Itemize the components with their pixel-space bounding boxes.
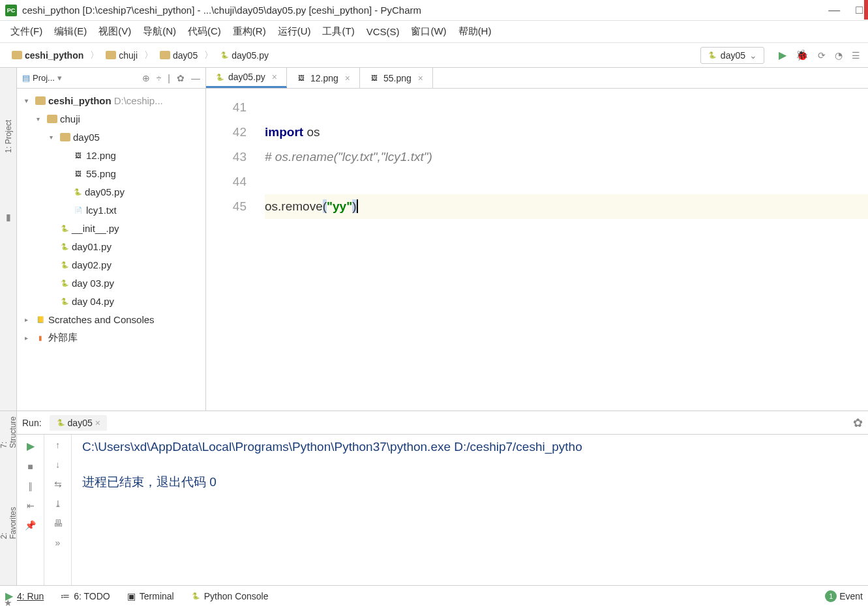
menu-code[interactable]: 代码(C) [188, 25, 221, 38]
python-file-icon: 🐍 [60, 242, 69, 251]
tree-file[interactable]: 🐍 day02.py [17, 255, 205, 274]
rail-favorites[interactable]: 2: Favorites [0, 507, 18, 539]
library-icon: ▮ [35, 332, 46, 343]
editor-tab-day05[interactable]: 🐍day05.py× [206, 68, 287, 88]
breadcrumb-file[interactable]: 🐍day05.py [216, 49, 273, 62]
scroll-up-icon[interactable]: ↑ [55, 440, 60, 450]
menu-help[interactable]: 帮助(H) [458, 25, 492, 38]
run-panel-label: Run: [22, 418, 42, 428]
minimize-button[interactable]: — [828, 3, 840, 17]
code-line: import os [265, 120, 868, 145]
menu-navigate[interactable]: 导航(N) [143, 25, 176, 38]
python-file-icon: 🐍 [708, 51, 717, 60]
tool-label: 6: TODO [74, 591, 110, 601]
tree-file[interactable]: 🐍 day 04.py [17, 292, 205, 310]
run-tab[interactable]: 🐍day05 × [50, 415, 107, 431]
tool-terminal[interactable]: ▣Terminal [127, 591, 174, 601]
stop-button[interactable]: ■ [27, 461, 33, 472]
run-tab-label: day05 [68, 418, 93, 428]
folder-rail-icon[interactable]: ▮ [6, 212, 11, 222]
python-icon: 🐍 [191, 592, 200, 601]
close-tab-icon[interactable]: × [272, 72, 277, 82]
menu-tools[interactable]: 工具(T) [322, 25, 354, 38]
menu-file[interactable]: 文件(F) [10, 25, 42, 38]
tree-file[interactable]: 🐍 __init__.py [17, 219, 205, 237]
tool-todo[interactable]: ≔6: TODO [61, 591, 110, 601]
editor-tab-12png[interactable]: 🖼12.png× [287, 68, 360, 88]
editor-body[interactable]: 41 42 43 44 45 import os # os.rename("lc… [206, 89, 868, 411]
run-button[interactable]: ▶ [779, 49, 786, 61]
tool-python-console[interactable]: 🐍Python Console [191, 591, 269, 601]
run-coverage-button[interactable]: ⟳ [818, 50, 826, 61]
tree-file[interactable]: 🐍 day 03.py [17, 274, 205, 292]
find-action-button[interactable]: ☰ [852, 50, 860, 61]
settings-icon[interactable]: ✿ [177, 73, 185, 83]
breadcrumb-root[interactable]: ceshi_python [8, 49, 87, 62]
breadcrumb-day05[interactable]: day05 [156, 49, 202, 62]
rail-project[interactable]: 1: Project [4, 120, 13, 153]
close-tab-icon[interactable]: × [345, 73, 350, 83]
close-tab-icon[interactable]: × [95, 418, 100, 428]
tool-label: 4: Run [17, 591, 44, 601]
menu-view[interactable]: 视图(V) [98, 25, 131, 38]
expand-icon[interactable]: » [55, 538, 61, 548]
exit-button[interactable]: ⇤ [27, 500, 35, 511]
collapse-icon[interactable]: ÷ [157, 73, 162, 83]
event-log-button[interactable]: 1Event [825, 590, 863, 602]
scroll-down-icon[interactable]: ↓ [55, 459, 60, 470]
tree-label: day02.py [72, 259, 112, 270]
image-file-icon: 🖼 [73, 150, 83, 160]
hide-panel-icon[interactable]: — [191, 73, 200, 83]
profile-button[interactable]: ◔ [835, 50, 843, 61]
breadcrumb-separator: 〉 [144, 50, 153, 61]
project-tree[interactable]: ▾ ceshi_python D:\ceship... ▾ chuji ▾ da… [17, 89, 205, 411]
tree-scratches[interactable]: ▸📒 Scratches and Consoles [17, 310, 205, 328]
menu-edit[interactable]: 编辑(E) [54, 25, 87, 38]
scroll-to-end-icon[interactable]: ⤓ [54, 498, 62, 509]
left-tool-rail-lower: 7: Structure 2: Favorites ★ [0, 411, 17, 585]
tree-root[interactable]: ▾ ceshi_python D:\ceship... [17, 91, 205, 109]
breadcrumb-root-label: ceshi_python [25, 50, 83, 61]
soft-wrap-icon[interactable]: ⇆ [54, 479, 62, 489]
tree-file[interactable]: 🖼 55.png [17, 164, 205, 182]
folder-icon [35, 96, 46, 105]
tool-run[interactable]: ▶4: Run [5, 590, 44, 602]
tree-file[interactable]: 📄 lcy1.txt [17, 201, 205, 219]
menu-window[interactable]: 窗口(W) [411, 25, 446, 38]
menu-refactor[interactable]: 重构(R) [233, 25, 266, 38]
rerun-button[interactable]: ▶ [27, 440, 35, 452]
debug-button[interactable]: 🐞 [796, 49, 809, 61]
tree-folder-day05[interactable]: ▾ day05 [17, 128, 205, 146]
tree-file[interactable]: 🐍 day01.py [17, 237, 205, 255]
print-icon[interactable]: 🖶 [53, 518, 63, 528]
breadcrumb-chuji[interactable]: chuji [102, 49, 142, 62]
code-area[interactable]: import os # os.rename("lcy.txt","lcy1.tx… [265, 89, 868, 411]
tree-external-libs[interactable]: ▸▮ 外部库 [17, 328, 205, 347]
window-close-edge[interactable] [864, 0, 868, 20]
tree-label: 外部库 [48, 332, 78, 344]
editor-tab-55png[interactable]: 🖼55.png× [360, 68, 433, 88]
rail-structure[interactable]: 7: Structure [0, 416, 18, 448]
tree-file[interactable]: 🐍 day05.py [17, 182, 205, 201]
pause-button[interactable]: ∥ [28, 481, 33, 491]
code-line: # os.rename("lcy.txt","lcy1.txt") [265, 145, 868, 169]
tree-file[interactable]: 🖼 12.png [17, 146, 205, 164]
code-text: os.remove [265, 199, 323, 213]
close-tab-icon[interactable]: × [418, 73, 423, 83]
tree-label: day 04.py [72, 296, 114, 307]
pin-button[interactable]: 📌 [25, 520, 36, 530]
code-comment: # os.rename("lcy.txt","lcy1.txt") [265, 150, 432, 164]
locate-icon[interactable]: ⊕ [142, 73, 150, 83]
tree-label: 12.png [86, 150, 116, 161]
tree-folder-chuji[interactable]: ▾ chuji [17, 109, 205, 128]
run-panel-header: Run: 🐍day05 × ✿ [17, 411, 868, 435]
menu-run[interactable]: 运行(U) [278, 25, 311, 38]
pycharm-icon: PC [5, 5, 17, 16]
console-output[interactable]: C:\Users\xd\AppData\Local\Programs\Pytho… [72, 435, 868, 585]
run-panel: 7: Structure 2: Favorites ★ Run: 🐍day05 … [0, 411, 868, 585]
project-panel-title[interactable]: Proj... [33, 73, 55, 83]
run-configuration-select[interactable]: 🐍 day05 ⌄ [700, 47, 764, 64]
maximize-button[interactable]: □ [856, 3, 863, 17]
run-settings-icon[interactable]: ✿ [853, 416, 863, 430]
menu-vcs[interactable]: VCS(S) [367, 26, 400, 37]
